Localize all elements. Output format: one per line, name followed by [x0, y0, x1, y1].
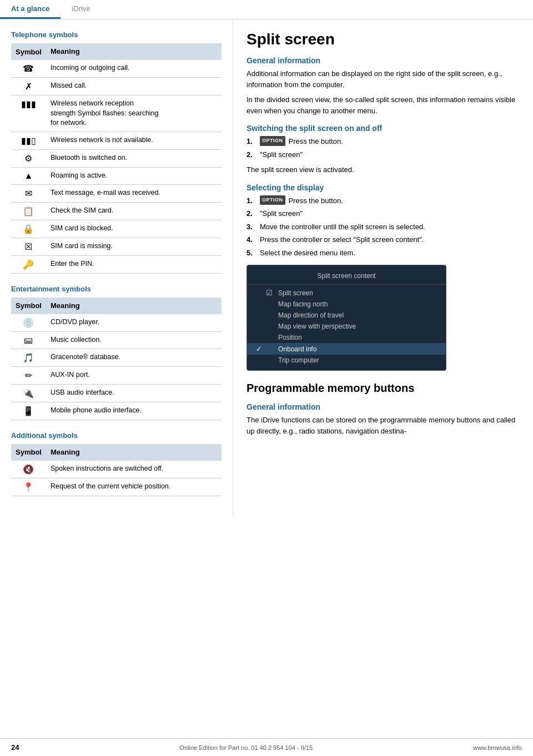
- symbol-cell: 🔇: [11, 461, 46, 478]
- list-number: 3.: [247, 221, 260, 233]
- meaning-cell: USB audio interface.: [46, 384, 222, 402]
- diagram-item-text: Map direction of travel: [278, 311, 344, 319]
- table-row: 🔇Spoken instructions are switched off.: [11, 461, 222, 478]
- diagram-row: Position: [247, 332, 446, 343]
- table-row: 🔒SIM card is blocked.: [11, 220, 222, 238]
- table-row: 📋Check the SIM card.: [11, 202, 222, 220]
- split-screen-diagram: Split screen content ☑Split screen Map f…: [247, 265, 446, 371]
- table-row: ✗Missed call.: [11, 78, 222, 95]
- meaning-cell: Check the SIM card.: [46, 202, 222, 220]
- diagram-item-text: Position: [278, 334, 302, 341]
- table-row: 🎵Gracenote® database.: [11, 349, 222, 366]
- meaning-cell: Music collection.: [46, 331, 222, 349]
- left-column: Telephone symbols Symbol Meaning ☎Incomi…: [0, 19, 233, 516]
- step-text: "Split screen": [260, 149, 303, 160]
- entertainment-symbols-table: Symbol Meaning 💿CD/DVD player.🖴Music col…: [11, 298, 222, 420]
- table-row: 🔑Enter the PIN.: [11, 255, 222, 273]
- diagram-items: ☑Split screen Map facing north Map direc…: [247, 287, 446, 366]
- tab-idrive[interactable]: iDrive: [61, 0, 101, 19]
- table-row: 📱Mobile phone audio interface.: [11, 402, 222, 420]
- table-row: ☒SIM card is missing.: [11, 238, 222, 255]
- prog-general-info-text: The iDrive functions can be stored on th…: [247, 415, 520, 436]
- list-number: 5.: [247, 248, 260, 259]
- table-row: ▮▮▯Wireless network is not available.: [11, 132, 222, 149]
- step-text: "Split screen": [260, 208, 303, 219]
- table-row: 📍Request of the current vehicle position…: [11, 478, 222, 496]
- meaning-cell: Wireless network is not available.: [46, 132, 222, 149]
- list-item: 1.OPTIONPress the button.: [247, 136, 520, 147]
- meaning-cell: Spoken instructions are switched off.: [46, 461, 222, 478]
- meaning-cell: Mobile phone audio interface.: [46, 402, 222, 420]
- tab-at-a-glance[interactable]: At a glance: [0, 0, 61, 19]
- diagram-item-text: Split screen: [278, 289, 313, 297]
- footer-page-num: 24: [11, 743, 19, 752]
- table-row: ✏AUX-IN port.: [11, 366, 222, 384]
- table-row: 🖴Music collection.: [11, 331, 222, 349]
- list-item: 2."Split screen": [247, 149, 520, 160]
- right-column: Split screen General information Additio…: [233, 19, 533, 516]
- programmable-title: Programmable memory buttons: [247, 382, 520, 395]
- table-row: 💿CD/DVD player.: [11, 314, 222, 332]
- meaning-cell: Bluetooth is switched on.: [46, 149, 222, 167]
- ent-col-symbol: Symbol: [11, 298, 46, 314]
- selecting-heading: Selecting the display: [247, 183, 520, 192]
- diagram-item-text: Map facing north: [278, 300, 328, 308]
- symbol-cell: ✗: [11, 78, 46, 95]
- symbol-cell: ✉: [11, 184, 46, 202]
- diagram-item-text: Map view with perspective: [278, 322, 356, 330]
- footer-online-text: Online Edition for Part no. 01 40 2 954 …: [179, 744, 313, 751]
- step-text: Press the button.: [289, 136, 343, 147]
- meaning-cell: Wireless network receptionstrength Symbo…: [46, 95, 222, 132]
- symbol-cell: ▮▮▯: [11, 132, 46, 149]
- symbol-cell: 🔒: [11, 220, 46, 238]
- step-text: Move the controller until the split scre…: [260, 221, 425, 233]
- table-row: ⚙Bluetooth is switched on.: [11, 149, 222, 167]
- header-nav: At a glance iDrive: [0, 0, 533, 19]
- diagram-row: Map view with perspective: [247, 321, 446, 332]
- option-button: OPTION: [260, 136, 285, 146]
- step-text: Press the button.: [289, 195, 343, 206]
- additional-section-title: Additional symbols: [11, 431, 222, 440]
- prog-general-info-heading: General information: [247, 402, 520, 411]
- meaning-cell: Missed call.: [46, 78, 222, 95]
- general-info-heading: General information: [247, 56, 520, 65]
- table-row: 🔌USB audio interface.: [11, 384, 222, 402]
- tel-col-meaning: Meaning: [46, 43, 222, 60]
- symbol-cell: 📍: [11, 478, 46, 496]
- symbol-cell: 🖴: [11, 331, 46, 349]
- diagram-title: Split screen content: [247, 270, 446, 285]
- list-item: 4.Press the controller or select "Split …: [247, 234, 520, 245]
- symbol-cell: 🎵: [11, 349, 46, 366]
- table-row: ▲Roaming is active.: [11, 167, 222, 184]
- symbol-cell: 💿: [11, 314, 46, 332]
- symbol-cell: ⚙: [11, 149, 46, 167]
- general-info-text1: Additional information can be displayed …: [247, 68, 520, 90]
- meaning-cell: AUX-IN port.: [46, 366, 222, 384]
- switching-heading: Switching the split screen on and off: [247, 124, 520, 133]
- meaning-cell: Roaming is active.: [46, 167, 222, 184]
- list-number: 1.: [247, 195, 260, 206]
- meaning-cell: Enter the PIN.: [46, 255, 222, 273]
- diagram-row: Map direction of travel: [247, 310, 446, 321]
- table-row: ▮▮▮Wireless network receptionstrength Sy…: [11, 95, 222, 132]
- diagram-row: ☑Split screen: [247, 287, 446, 299]
- meaning-cell: Text message, e-mail was received.: [46, 184, 222, 202]
- telephone-symbols-table: Symbol Meaning ☎Incoming or outgoing cal…: [11, 43, 222, 274]
- diagram-check: ✓: [256, 345, 266, 353]
- meaning-cell: SIM card is missing.: [46, 238, 222, 255]
- footer-site: www.bmwusa.info: [473, 744, 522, 751]
- symbol-cell: ▲: [11, 167, 46, 184]
- list-number: 2.: [247, 149, 260, 160]
- diagram-row: Trip computer: [247, 355, 446, 366]
- diagram-item-text: Onboard info: [278, 345, 316, 353]
- meaning-cell: Incoming or outgoing call.: [46, 60, 222, 78]
- footer: 24 Online Edition for Part no. 01 40 2 9…: [0, 738, 533, 756]
- general-info-text2: In the divided screen view, the so-calle…: [247, 94, 520, 116]
- meaning-cell: Request of the current vehicle position.: [46, 478, 222, 496]
- step-text: Select the desired menu item.: [260, 248, 355, 259]
- additional-symbols-table: Symbol Meaning 🔇Spoken instructions are …: [11, 444, 222, 496]
- symbol-cell: 🔌: [11, 384, 46, 402]
- meaning-cell: CD/DVD player.: [46, 314, 222, 332]
- tel-col-symbol: Symbol: [11, 43, 46, 60]
- symbol-cell: ▮▮▮: [11, 95, 46, 132]
